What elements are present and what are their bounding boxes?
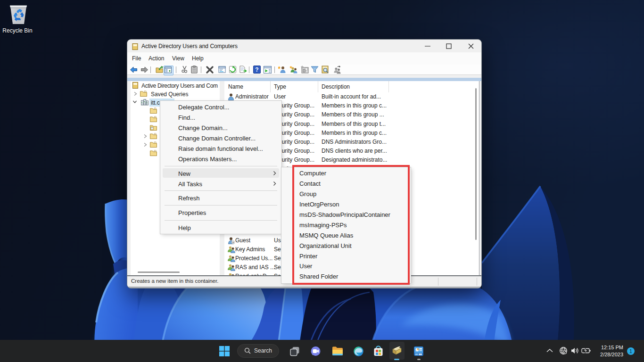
- svg-text:?: ?: [255, 66, 258, 73]
